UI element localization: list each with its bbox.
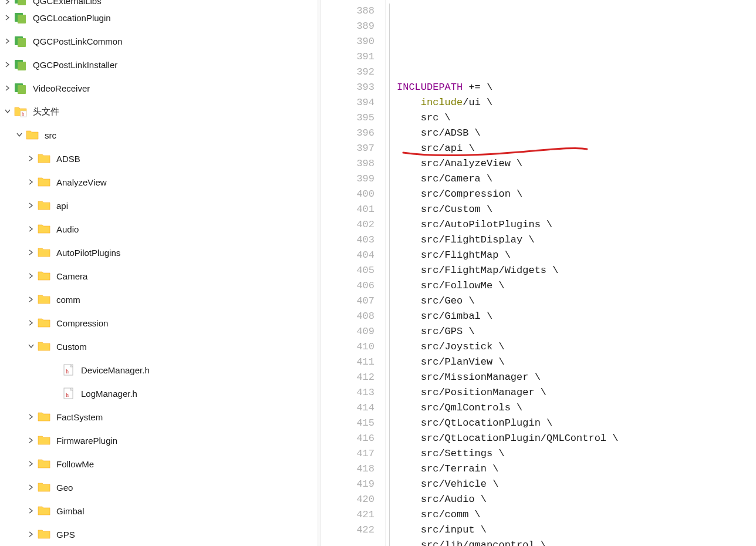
chevron-right-icon[interactable] — [27, 295, 35, 304]
chevron-down-icon[interactable] — [27, 342, 35, 350]
code-line[interactable]: INCLUDEPATH += \ — [396, 80, 756, 95]
tree-item-src[interactable]: src — [0, 123, 317, 147]
code-line[interactable]: src/PlanView \ — [396, 355, 756, 370]
code-line[interactable]: src/Terrain \ — [396, 461, 756, 477]
chevron-right-icon[interactable] — [27, 248, 35, 257]
code-editor[interactable]: 3883893903913923933943953963973983994004… — [317, 0, 756, 546]
tree-item-gimbal[interactable]: Gimbal — [0, 499, 317, 523]
chevron-right-icon[interactable] — [4, 84, 12, 92]
tree-item-label: GPS — [56, 530, 75, 540]
chevron-right-icon[interactable] — [27, 460, 35, 468]
tree-item-camera[interactable]: Camera — [0, 264, 317, 288]
tree-item-comm[interactable]: comm — [0, 288, 317, 311]
folder-icon — [38, 316, 50, 329]
chevron-down-icon[interactable] — [4, 107, 12, 116]
tree-item-geo[interactable]: Geo — [0, 476, 317, 499]
tree-item-qgclocationplugin[interactable]: QGCLocationPlugin — [0, 6, 317, 29]
line-number: 392 — [320, 65, 385, 80]
tree-item-factsystem[interactable]: FactSystem — [0, 405, 317, 429]
svg-rect-3 — [18, 15, 26, 23]
chevron-right-icon[interactable] — [27, 225, 35, 233]
code-line[interactable]: src/QtLocationPlugin \ — [396, 416, 756, 431]
code-line[interactable]: src/FollowMe \ — [396, 278, 756, 294]
chevron-right-icon[interactable] — [27, 483, 35, 491]
code-line[interactable] — [396, 65, 756, 80]
code-line[interactable]: src/input \ — [396, 523, 756, 538]
line-number: 397 — [320, 141, 385, 156]
chevron-right-icon[interactable] — [27, 154, 35, 163]
code-line[interactable]: src/Custom \ — [396, 202, 756, 217]
tree-item-autopilotplugins[interactable]: AutoPilotPlugins — [0, 241, 317, 264]
chevron-right-icon[interactable] — [4, 60, 12, 69]
folder-icon — [38, 340, 50, 353]
tree-item-label: FirmwarePlugin — [56, 436, 117, 446]
tree-item-headers[interactable]: h 头文件 — [0, 100, 317, 123]
code-line[interactable]: src/Camera \ — [396, 171, 756, 187]
code-line[interactable]: src/Vehicle \ — [396, 477, 756, 492]
code-line[interactable]: src/PositionManager \ — [396, 385, 756, 400]
tree-item-qgcpostlinkcommon[interactable]: QGCPostLinkCommon — [0, 29, 317, 53]
code-line[interactable]: include/ui \ — [396, 95, 756, 110]
code-line[interactable]: src/QmlControls \ — [396, 400, 756, 416]
code-line[interactable]: src/FlightDisplay \ — [396, 232, 756, 248]
chevron-right-icon[interactable] — [4, 14, 12, 22]
tree-item-adsb[interactable]: ADSB — [0, 147, 317, 170]
code-line[interactable]: src/QtLocationPlugin/QMLControl \ — [396, 431, 756, 446]
code-line[interactable]: src/ADSB \ — [396, 126, 756, 141]
tree-item-custom[interactable]: Custom — [0, 335, 317, 358]
line-number: 394 — [320, 95, 385, 110]
tree-item-videoreceiver[interactable]: VideoReceiver — [0, 76, 317, 100]
code-line[interactable]: src/AnalyzeView \ — [396, 156, 756, 171]
project-tree[interactable]: QGCExternalLibs QGCLocationPlugin QGCPos… — [0, 0, 317, 546]
chevron-right-icon[interactable] — [27, 272, 35, 280]
tree-item-qgcpostlinkinstaller[interactable]: QGCPostLinkInstaller — [0, 53, 317, 76]
tree-item-api[interactable]: api — [0, 194, 317, 217]
fold-column[interactable] — [385, 0, 396, 546]
chevron-right-icon[interactable] — [27, 436, 35, 444]
code-line[interactable]: src/FlightMap/Widgets \ — [396, 263, 756, 278]
code-line[interactable]: src/Geo \ — [396, 294, 756, 309]
code-content[interactable]: INCLUDEPATH += \ include/ui \ src \ src/… — [396, 0, 756, 546]
code-line[interactable]: src/MissionManager \ — [396, 370, 756, 385]
chevron-down-icon[interactable] — [15, 131, 23, 139]
tree-item-label: Geo — [56, 483, 73, 493]
chevron-right-icon[interactable] — [27, 530, 35, 538]
chevron-right-icon[interactable] — [27, 178, 35, 186]
line-number: 403 — [320, 232, 385, 248]
line-number: 410 — [320, 339, 385, 355]
code-line[interactable]: src/Gimbal \ — [396, 309, 756, 324]
code-line[interactable]: src/comm \ — [396, 507, 756, 523]
tree-item-label: api — [56, 201, 68, 211]
code-line[interactable]: src/Joystick \ — [396, 339, 756, 355]
code-line[interactable]: src/Compression \ — [396, 187, 756, 202]
chevron-right-icon[interactable] — [4, 0, 12, 6]
chevron-right-icon[interactable] — [27, 507, 35, 515]
tree-item-audio[interactable]: Audio — [0, 217, 317, 241]
tree-item-label: QGCPostLinkInstaller — [33, 60, 117, 70]
tree-item-analyzeview[interactable]: AnalyzeView — [0, 170, 317, 194]
chevron-right-icon[interactable] — [4, 37, 12, 45]
code-line[interactable]: src/Settings \ — [396, 446, 756, 461]
tree-item-label: src — [45, 130, 56, 140]
chevron-right-icon[interactable] — [27, 319, 35, 327]
tree-item-followme[interactable]: FollowMe — [0, 452, 317, 476]
chevron-right-icon[interactable] — [27, 201, 35, 210]
code-line[interactable]: src/Audio \ — [396, 492, 756, 507]
tree-item-qgcexternallibs[interactable]: QGCExternalLibs — [0, 0, 317, 6]
code-line[interactable]: src \ — [396, 110, 756, 126]
code-line[interactable]: src/GPS \ — [396, 324, 756, 339]
folder-icon — [38, 246, 50, 259]
code-line[interactable]: src/FlightMap \ — [396, 248, 756, 263]
tree-item-compression[interactable]: Compression — [0, 311, 317, 335]
code-line[interactable]: src/lib/qmapcontrol \ — [396, 538, 756, 546]
code-line[interactable]: src/AutoPilotPlugins \ — [396, 217, 756, 232]
svg-text:h: h — [66, 392, 69, 398]
tree-item-devicemanager-h[interactable]: h DeviceManager.h — [0, 358, 317, 382]
tree-item-firmwareplugin[interactable]: FirmwarePlugin — [0, 429, 317, 452]
tree-item-gps[interactable]: GPS — [0, 523, 317, 546]
chevron-right-icon[interactable] — [27, 413, 35, 421]
folder-icon — [38, 528, 50, 541]
folder-icon — [38, 176, 50, 188]
code-line[interactable]: src/api \ — [396, 141, 756, 156]
tree-item-logmanager-h[interactable]: h LogManager.h — [0, 382, 317, 405]
